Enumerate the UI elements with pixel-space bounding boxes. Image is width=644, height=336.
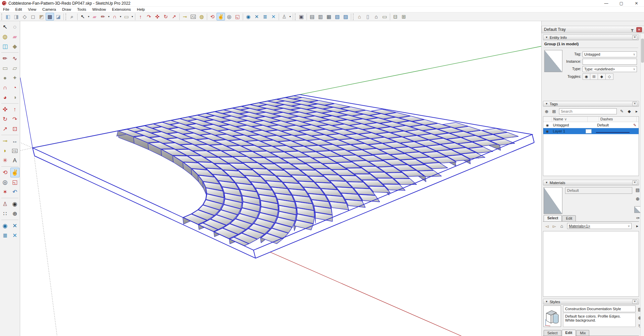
materials-list-area[interactable] bbox=[543, 231, 639, 297]
receive-shadows-toggle-icon[interactable]: ◆ bbox=[598, 73, 606, 80]
add-tag-button[interactable]: ⊕ bbox=[544, 108, 550, 114]
tray-close-button[interactable]: ✕ bbox=[636, 27, 642, 32]
look-around-tool-icon[interactable]: ◉ bbox=[10, 199, 19, 209]
tag-tool-icon[interactable]: ◆ bbox=[10, 42, 19, 51]
three-point-arc-tool-icon[interactable]: ◕ bbox=[1, 93, 10, 102]
home-tool-icon[interactable]: ⌂ bbox=[372, 13, 380, 20]
follow-me-tool-icon[interactable]: ↷ bbox=[10, 114, 19, 124]
pie-tool-icon[interactable]: ◑ bbox=[10, 93, 19, 102]
previous-view-tool-icon[interactable]: ↶ bbox=[10, 187, 19, 197]
outer-shell-tool-icon[interactable]: ▤ bbox=[308, 13, 316, 20]
plugin-flip-settings-tool-icon[interactable]: ✕ bbox=[10, 231, 19, 240]
menu-window[interactable]: Window bbox=[89, 7, 109, 12]
materials-details-icon[interactable]: ▸ bbox=[634, 223, 640, 229]
section-plane-tool-icon[interactable]: ▣ bbox=[297, 13, 306, 20]
back-arrow-icon[interactable]: ◅ bbox=[544, 223, 550, 229]
material-name-field[interactable]: Default bbox=[565, 187, 632, 194]
circle-tool-icon[interactable]: ● bbox=[1, 73, 10, 83]
rotate-tool-icon[interactable]: ↻ bbox=[162, 13, 170, 20]
text-tool-icon[interactable]: A1 bbox=[189, 13, 197, 20]
tags-search-input[interactable] bbox=[559, 108, 617, 114]
visibility-eye-icon[interactable]: ◉ bbox=[543, 123, 552, 127]
advanced-camera-tool-icon[interactable]: ♙ bbox=[280, 13, 288, 20]
menu-tools[interactable]: Tools bbox=[74, 7, 89, 12]
plugin-flip-tool-icon[interactable]: ✕ bbox=[10, 221, 19, 231]
tag-dashes[interactable]: Default bbox=[596, 123, 631, 127]
plugin-layers-tool-icon[interactable]: ≣ bbox=[261, 13, 269, 20]
toolbar-grip[interactable] bbox=[295, 13, 296, 20]
rectangle-tool-icon[interactable]: ▭ bbox=[122, 13, 131, 20]
zoom-tool-icon[interactable]: ◎ bbox=[1, 177, 10, 187]
menu-view[interactable]: View bbox=[25, 7, 39, 12]
materials-header[interactable]: ▼ Materials ✕ bbox=[543, 180, 639, 185]
select-tool-icon[interactable]: ↖ bbox=[1, 22, 10, 32]
wireframe-mode-icon[interactable]: ◇ bbox=[20, 13, 29, 20]
flat-table-tool-icon[interactable]: ▭ bbox=[380, 13, 389, 20]
move-tool-icon[interactable]: ✜ bbox=[1, 105, 10, 114]
pin-icon[interactable]: ┳ bbox=[629, 27, 635, 32]
close-button[interactable]: ✕ bbox=[629, 0, 644, 7]
advanced-camera-tool-dropdown-icon[interactable]: ▾ bbox=[288, 13, 292, 20]
text-tool-icon[interactable]: A1 bbox=[10, 146, 19, 156]
rotate-tool-icon[interactable]: ↻ bbox=[1, 114, 10, 124]
tape-measure-tool-icon[interactable]: ⊸ bbox=[181, 13, 189, 20]
tab-edit[interactable]: Edit bbox=[562, 330, 576, 336]
eraser-tool-icon[interactable]: ▰ bbox=[90, 13, 99, 20]
edit-tag-icon[interactable]: ✎ bbox=[619, 108, 625, 114]
scale-tool-icon[interactable]: ↗ bbox=[1, 124, 10, 134]
workbench-tool-2-icon[interactable]: ⊞ bbox=[400, 13, 408, 20]
dimension-tool-icon[interactable]: ↔ bbox=[10, 136, 19, 146]
arc-tool-icon[interactable]: ∩ bbox=[1, 83, 10, 93]
toolbar-grip[interactable] bbox=[65, 13, 67, 20]
tray-scrollbar[interactable] bbox=[640, 34, 644, 336]
polygon-tool-icon[interactable]: ✦ bbox=[10, 73, 19, 83]
add-tag-folder-button[interactable]: ⊞ bbox=[551, 108, 557, 114]
create-material-icon[interactable]: ⊕ bbox=[634, 195, 641, 202]
plugin-layers-tool-icon[interactable]: ≣ bbox=[1, 231, 10, 240]
minimize-button[interactable]: — bbox=[599, 0, 614, 7]
materials-collection-dropdown[interactable]: Materials<1> ∨ bbox=[567, 223, 632, 229]
plugin-pattern-tool-icon[interactable]: ◉ bbox=[244, 13, 252, 20]
xray-mode-icon[interactable]: ◧ bbox=[4, 13, 12, 20]
in-model-home-icon[interactable]: ⌂ bbox=[559, 223, 564, 229]
hidden-line-mode-icon[interactable]: ◻ bbox=[29, 13, 37, 20]
materials-close-button[interactable]: ✕ bbox=[632, 180, 637, 185]
shaded-mode-icon[interactable]: ◩ bbox=[37, 13, 46, 20]
tray-titlebar[interactable]: Default Tray ┳ ✕ bbox=[542, 26, 644, 33]
push-pull-tool-icon[interactable]: ↑ bbox=[136, 13, 145, 20]
orbit-tool-icon[interactable]: ⟲ bbox=[1, 168, 10, 177]
zoom-tool-icon[interactable]: ◎ bbox=[225, 13, 233, 20]
pan-tool-icon[interactable]: ✌ bbox=[217, 13, 225, 20]
type-dropdown[interactable]: Type: <undefined> ∨ bbox=[583, 66, 637, 72]
zoom-selection-icon[interactable]: ⌕ bbox=[68, 13, 76, 20]
menu-help[interactable]: Help bbox=[134, 7, 148, 12]
sample-paint-swatch[interactable] bbox=[634, 206, 641, 213]
viewport[interactable] bbox=[20, 21, 541, 336]
trim-tool-icon[interactable]: ▧ bbox=[333, 13, 341, 20]
push-pull-tool-icon[interactable]: ↑ bbox=[10, 105, 19, 114]
styles-header[interactable]: ▼ Styles ✕ bbox=[543, 299, 639, 304]
component-box-tool-icon[interactable]: ▯ bbox=[364, 13, 372, 20]
toolbar-grip[interactable] bbox=[1, 13, 3, 20]
entity-info-close-button[interactable]: ✕ bbox=[632, 35, 637, 40]
protractor-tool-icon[interactable]: ◗ bbox=[1, 146, 10, 156]
plugin-pattern-tool-icon[interactable]: ◉ bbox=[1, 221, 10, 231]
monochrome-mode-icon[interactable]: ◪ bbox=[54, 13, 62, 20]
style-name-field[interactable]: Construction Documentation Style bbox=[563, 305, 636, 312]
tag-dashes[interactable] bbox=[595, 130, 631, 133]
3d-warehouse-tool-icon[interactable]: ⌂ bbox=[355, 13, 364, 20]
zoom-extents-tool-icon[interactable]: ✶ bbox=[1, 187, 10, 197]
select-tool-dropdown-icon[interactable]: ▾ bbox=[87, 13, 90, 20]
locked-toggle-icon[interactable]: ⊟ bbox=[590, 73, 598, 80]
tab-select[interactable]: Select bbox=[544, 330, 561, 336]
scale-tool-icon[interactable]: ↗ bbox=[170, 13, 178, 20]
freehand-tool-icon[interactable]: ∿ bbox=[10, 54, 19, 63]
turn-tool-icon[interactable]: ⊕ bbox=[10, 209, 19, 219]
tag-details-icon[interactable]: ▸ bbox=[634, 108, 640, 114]
menu-camera[interactable]: Camera bbox=[39, 7, 59, 12]
cast-shadows-toggle-icon[interactable]: ◇ bbox=[606, 73, 613, 80]
hidden-toggle-icon[interactable]: ◉ bbox=[583, 73, 590, 80]
tags-header[interactable]: ▼ Tags ✕ bbox=[543, 101, 639, 107]
two-point-arc-tool-icon[interactable]: ◔ bbox=[10, 83, 19, 93]
visibility-eye-icon[interactable]: ◉ bbox=[543, 129, 551, 133]
